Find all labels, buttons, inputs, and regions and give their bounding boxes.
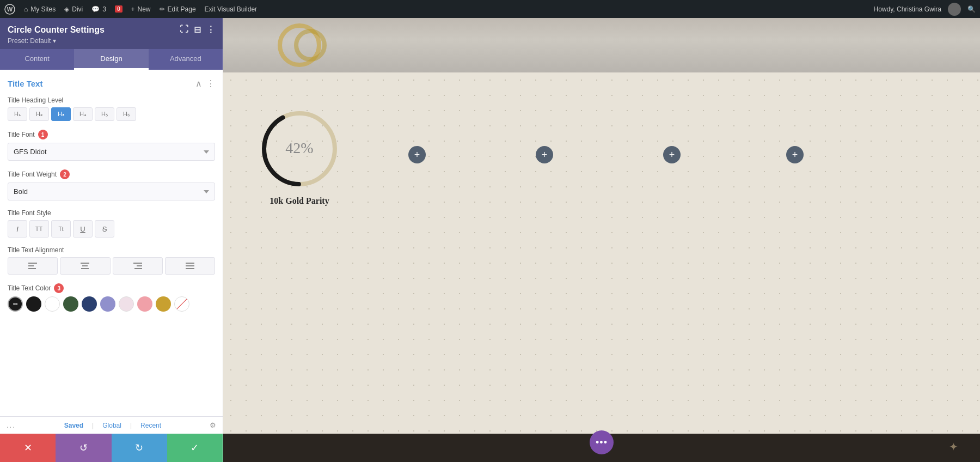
heading-h3-btn[interactable]: H₃ bbox=[51, 107, 71, 121]
heading-h6-btn[interactable]: H₆ bbox=[117, 107, 136, 121]
preset-chevron-icon: ▾ bbox=[53, 37, 56, 45]
title-font-weight-select[interactable]: Bold Thin Light Regular Extra Bold bbox=[8, 183, 215, 200]
title-font-style-field: Title Font Style I TT Tt U S bbox=[8, 209, 215, 238]
section-header-icons: ∧ ⋮ bbox=[195, 78, 215, 89]
title-font-label: Title Font 1 bbox=[8, 130, 215, 139]
svg-rect-7 bbox=[81, 268, 89, 269]
title-font-weight-field: Title Font Weight 2 Bold Thin Light Regu… bbox=[8, 169, 215, 200]
tab-design[interactable]: Design bbox=[74, 49, 148, 70]
new-link[interactable]: + New bbox=[131, 5, 151, 13]
align-center-btn[interactable] bbox=[60, 257, 110, 275]
exit-builder-link[interactable]: Exit Visual Builder bbox=[205, 5, 258, 13]
heading-h4-btn[interactable]: H₄ bbox=[73, 107, 93, 121]
heading-level-buttons: H₁ H₂ H₃ H₄ H₅ H₆ bbox=[8, 107, 215, 121]
expand-icon[interactable]: ⛶ bbox=[180, 25, 188, 35]
align-center-icon bbox=[81, 263, 89, 269]
wp-logo-link[interactable]: W bbox=[4, 4, 15, 15]
top-image-placeholder bbox=[223, 18, 980, 72]
svg-text:W: W bbox=[7, 6, 13, 13]
italic-btn[interactable]: I bbox=[8, 220, 27, 238]
redo-button[interactable]: ↻ bbox=[112, 434, 167, 462]
title-font-select[interactable]: GFS Didot bbox=[8, 143, 215, 161]
edit-icon: ✏ bbox=[160, 5, 165, 13]
svg-rect-10 bbox=[134, 268, 142, 269]
strikethrough-btn[interactable]: S bbox=[95, 220, 114, 238]
columns-icon[interactable]: ⊟ bbox=[194, 25, 201, 35]
tab-bar: Content Design Advanced bbox=[0, 49, 223, 70]
color-custom-swatch[interactable]: ✏ bbox=[8, 296, 23, 312]
all-caps-btn[interactable]: TT bbox=[29, 220, 49, 238]
redo-icon: ↻ bbox=[135, 442, 143, 454]
svg-rect-8 bbox=[133, 263, 142, 264]
collapse-icon[interactable]: ∧ bbox=[195, 78, 202, 89]
footer-gear-icon[interactable]: ⚙ bbox=[210, 421, 216, 429]
heading-h1-btn[interactable]: H₁ bbox=[8, 107, 27, 121]
divi-link[interactable]: ◈ Divi bbox=[64, 5, 83, 13]
color-light-pink-swatch[interactable] bbox=[119, 296, 134, 312]
section-title: Title Text bbox=[8, 79, 42, 88]
heading-level-label: Title Heading Level bbox=[8, 96, 215, 104]
cancel-button[interactable]: ✕ bbox=[0, 434, 56, 462]
tab-advanced[interactable]: Advanced bbox=[149, 49, 223, 70]
svg-rect-4 bbox=[28, 268, 36, 269]
save-button[interactable]: ✓ bbox=[167, 434, 223, 462]
canvas-plus-btn-4[interactable]: + bbox=[786, 146, 804, 163]
color-gold-swatch[interactable] bbox=[156, 296, 171, 312]
tab-content-label: Content bbox=[24, 54, 50, 63]
preset-selector[interactable]: Preset: Default ▾ bbox=[8, 37, 215, 45]
edit-page-link[interactable]: ✏ Edit Page bbox=[160, 5, 196, 13]
footer-global-link[interactable]: Global bbox=[102, 422, 121, 429]
comment-bubble-item[interactable]: 0 bbox=[115, 5, 122, 13]
color-light-purple-swatch[interactable] bbox=[100, 296, 115, 312]
footer-recent-link[interactable]: Recent bbox=[140, 422, 161, 429]
divi-icon: ◈ bbox=[64, 5, 69, 13]
wp-admin-bar: W ⌂ My Sites ◈ Divi 💬 3 0 + New ✏ Edit P… bbox=[0, 0, 980, 18]
search-icon[interactable]: 🔍 bbox=[967, 5, 976, 13]
footer-dots[interactable]: ... bbox=[7, 421, 16, 429]
align-left-btn[interactable] bbox=[8, 257, 58, 275]
color-dark-green-swatch[interactable] bbox=[63, 296, 78, 312]
main-layout: Circle Counter Settings ⛶ ⊟ ⋮ Preset: De… bbox=[0, 18, 980, 462]
edit-page-label: Edit Page bbox=[168, 5, 196, 13]
comments-count: 3 bbox=[102, 5, 106, 13]
canvas-main: 42% 10k Gold Parity + + + + bbox=[223, 72, 980, 434]
section-header: Title Text ∧ ⋮ bbox=[8, 78, 215, 89]
floating-menu-button[interactable]: ••• bbox=[590, 430, 614, 454]
heading-h5-btn[interactable]: H₅ bbox=[95, 107, 114, 121]
color-dark-blue-swatch[interactable] bbox=[82, 296, 97, 312]
color-none-swatch[interactable] bbox=[174, 296, 189, 312]
comments-link[interactable]: 💬 3 bbox=[91, 5, 106, 13]
color-pink-swatch[interactable] bbox=[137, 296, 152, 312]
decoration-ring-2 bbox=[294, 29, 327, 62]
my-sites-link[interactable]: ⌂ My Sites bbox=[24, 5, 56, 13]
tab-content[interactable]: Content bbox=[0, 49, 74, 70]
my-sites-label: My Sites bbox=[30, 5, 56, 13]
panel-title: Circle Counter Settings ⛶ ⊟ ⋮ bbox=[8, 25, 215, 35]
circle-label-text: 10k Gold Parity bbox=[256, 196, 343, 206]
footer-saved-link[interactable]: Saved bbox=[64, 422, 83, 429]
section-more-icon[interactable]: ⋮ bbox=[206, 78, 215, 89]
color-swatches: ✏ bbox=[8, 296, 215, 312]
underline-btn[interactable]: U bbox=[73, 220, 93, 238]
svg-rect-11 bbox=[186, 263, 194, 264]
title-font-field: Title Font 1 GFS Didot bbox=[8, 130, 215, 161]
canvas-plus-btn-2[interactable]: + bbox=[536, 146, 553, 163]
align-justify-btn[interactable] bbox=[165, 257, 215, 275]
canvas-top-image bbox=[223, 18, 980, 72]
title-text-color-field: Title Text Color 3 ✏ bbox=[8, 283, 215, 312]
color-black-swatch[interactable] bbox=[26, 296, 41, 312]
align-right-icon bbox=[133, 263, 142, 269]
align-right-btn[interactable] bbox=[113, 257, 163, 275]
title-text-color-badge: 3 bbox=[54, 283, 64, 293]
capitalize-btn[interactable]: Tt bbox=[51, 220, 71, 238]
canvas-plus-btn-3[interactable]: + bbox=[663, 146, 681, 163]
undo-button[interactable]: ↺ bbox=[56, 434, 111, 462]
canvas-plus-btn-1[interactable]: + bbox=[408, 146, 426, 163]
heading-h2-btn[interactable]: H₂ bbox=[29, 107, 49, 121]
color-white-swatch[interactable] bbox=[45, 296, 60, 312]
more-icon[interactable]: ⋮ bbox=[206, 25, 215, 35]
exit-builder-label: Exit Visual Builder bbox=[205, 5, 258, 13]
panel-body: Title Text ∧ ⋮ Title Heading Level H₁ H₂… bbox=[0, 70, 223, 416]
svg-rect-12 bbox=[186, 265, 194, 266]
panel-title-icons: ⛶ ⊟ ⋮ bbox=[180, 25, 215, 35]
